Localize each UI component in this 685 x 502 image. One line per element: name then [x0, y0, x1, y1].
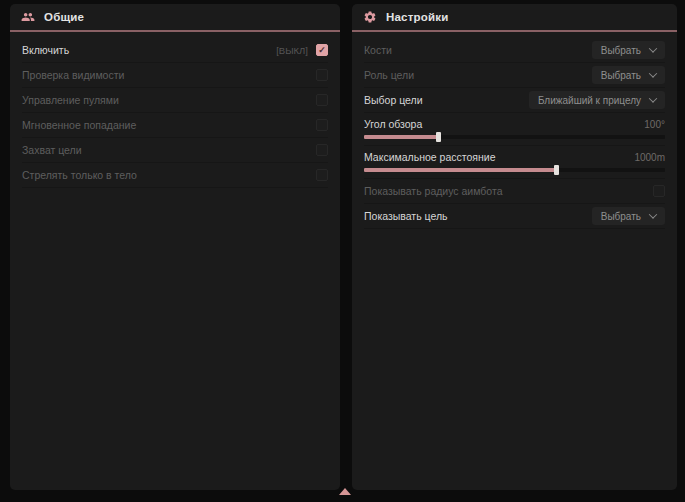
setting-label: Управление пулями	[22, 94, 119, 106]
chevron-down-icon	[649, 69, 657, 77]
max-distance-slider[interactable]	[364, 168, 665, 172]
row-show-target: Показывать цель Выбрать	[364, 204, 665, 229]
fov-value: 100°	[644, 119, 665, 130]
chevron-down-icon	[649, 94, 657, 102]
enable-checkbox[interactable]	[316, 44, 328, 56]
setting-label: Проверка видимости	[22, 69, 124, 81]
setting-label: Роль цели	[364, 69, 414, 81]
people-icon	[21, 10, 35, 24]
setting-label: Кости	[364, 44, 392, 56]
slider-thumb[interactable]	[554, 165, 559, 175]
setting-label: Включить	[22, 44, 69, 56]
dropdown-value: Выбрать	[601, 211, 641, 222]
dropdown-value: Выбрать	[601, 70, 641, 81]
hotkey-badge: [ВЫКЛ]	[276, 45, 308, 56]
setting-label: Мгновенное попадание	[22, 119, 136, 131]
row-enable: Включить [ВЫКЛ]	[22, 38, 328, 63]
row-target-role: Роль цели Выбрать	[364, 63, 665, 88]
row-max-distance: Максимальное расстояние 1000m	[364, 146, 665, 179]
show-radius-checkbox[interactable]	[653, 185, 665, 197]
setting-label: Захват цели	[22, 144, 82, 156]
max-distance-value: 1000m	[634, 152, 665, 163]
setting-label: Показывать цель	[364, 210, 448, 222]
row-bones: Кости Выбрать	[364, 38, 665, 63]
settings-panel-header: Настройки	[352, 4, 677, 30]
row-target-lock: Захват цели	[22, 138, 328, 163]
slider-thumb[interactable]	[436, 132, 441, 142]
setting-label: Показывать радиус аимбота	[364, 185, 503, 197]
setting-label: Выбор цели	[364, 94, 423, 106]
dropdown-value: Ближайший к прицелу	[538, 95, 641, 106]
general-panel-header: Общие	[10, 4, 340, 30]
bullet-control-checkbox[interactable]	[316, 94, 328, 106]
target-lock-checkbox[interactable]	[316, 144, 328, 156]
instant-hit-checkbox[interactable]	[316, 119, 328, 131]
fov-slider[interactable]	[364, 135, 665, 139]
chevron-down-icon	[649, 210, 657, 218]
gear-icon	[363, 10, 377, 24]
row-fov: Угол обзора 100°	[364, 113, 665, 146]
panel-title: Настройки	[386, 11, 448, 23]
body-only-checkbox[interactable]	[316, 169, 328, 181]
target-select-dropdown[interactable]: Ближайший к прицелу	[529, 91, 665, 109]
visibility-check-checkbox[interactable]	[316, 69, 328, 81]
setting-label: Угол обзора	[364, 118, 422, 130]
dropdown-value: Выбрать	[601, 45, 641, 56]
row-visibility-check: Проверка видимости	[22, 63, 328, 88]
bones-dropdown[interactable]: Выбрать	[592, 41, 665, 59]
scroll-up-indicator-icon[interactable]	[339, 488, 351, 495]
general-panel: Общие Включить [ВЫКЛ] Проверка видимости…	[10, 4, 340, 490]
panel-title: Общие	[44, 11, 84, 23]
chevron-down-icon	[649, 44, 657, 52]
row-show-radius: Показывать радиус аимбота	[364, 179, 665, 204]
show-target-dropdown[interactable]: Выбрать	[592, 207, 665, 225]
row-bullet-control: Управление пулями	[22, 88, 328, 113]
setting-label: Стрелять только в тело	[22, 169, 137, 181]
slider-fill	[364, 168, 557, 172]
target-role-dropdown[interactable]: Выбрать	[592, 66, 665, 84]
setting-label: Максимальное расстояние	[364, 151, 495, 163]
row-body-only: Стрелять только в тело	[22, 163, 328, 188]
row-instant-hit: Мгновенное попадание	[22, 113, 328, 138]
row-target-select: Выбор цели Ближайший к прицелу	[364, 88, 665, 113]
slider-fill	[364, 135, 439, 139]
settings-panel: Настройки Кости Выбрать Роль цели Выбрат…	[352, 4, 677, 490]
